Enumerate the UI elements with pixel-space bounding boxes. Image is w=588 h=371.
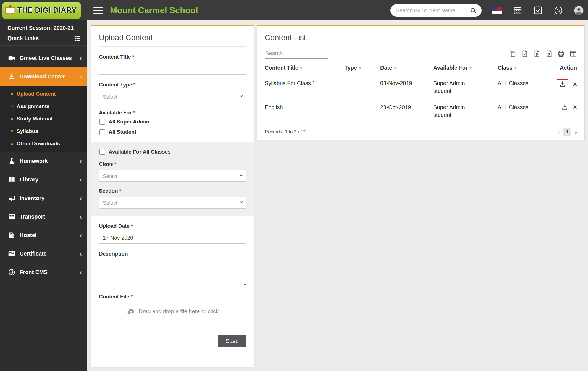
calendar-icon[interactable] — [513, 6, 523, 15]
download-center-submenu: » Upload Content » Assignments » Study M… — [0, 86, 87, 152]
sidebar-item-front-cms[interactable]: Front CMS ‹ — [0, 263, 87, 281]
cell-available-for: Super Admin student — [433, 75, 498, 99]
submenu-item-label: Study Material — [17, 116, 53, 122]
double-chevron-icon: » — [11, 116, 13, 122]
pdf-icon[interactable] — [545, 50, 553, 57]
sidebar-item-hostel[interactable]: Hostel ‹ — [0, 226, 87, 244]
delete-x-icon[interactable]: × — [573, 103, 577, 110]
sidebar-item-homework[interactable]: Homework ‹ — [0, 152, 87, 170]
export-toolbar — [509, 50, 577, 59]
content-type-select-wrap: Select — [99, 91, 246, 102]
grid-icon[interactable] — [74, 35, 80, 41]
submenu-item-assignments[interactable]: » Assignments — [0, 100, 87, 112]
content-type-label: Content Type* — [99, 82, 246, 88]
cell-type — [345, 99, 380, 123]
list-search-input[interactable] — [265, 49, 328, 59]
col-content-title[interactable]: Content Title▾ — [265, 60, 345, 75]
sidebar-item-certificate[interactable]: Certificate ‹ — [0, 244, 87, 263]
school-name-title: Mount Carmel School — [110, 6, 198, 15]
student-search-input[interactable] — [396, 7, 469, 14]
description-textarea[interactable] — [99, 260, 246, 285]
form-footer: Save — [91, 328, 254, 347]
content-title-input[interactable] — [99, 63, 246, 75]
col-type[interactable]: Type▾ — [345, 60, 380, 75]
sidebar-item-download-center[interactable]: Download Center ‹ — [0, 67, 87, 86]
submenu-item-syllabus[interactable]: » Syllabus — [0, 125, 87, 137]
sidebar-item-gmeet-live-classes[interactable]: Gmeet Live Classes ‹ — [0, 49, 87, 67]
csv-icon[interactable] — [533, 50, 540, 57]
sidebar-item-transport[interactable]: Transport ‹ — [0, 207, 87, 226]
double-chevron-icon: » — [11, 103, 13, 109]
submenu-item-upload-content[interactable]: » Upload Content — [0, 88, 87, 100]
sidebar-item-label: Homework — [20, 158, 48, 164]
all-student-checkbox[interactable] — [99, 129, 105, 135]
pagination-prev[interactable]: ‹ — [558, 128, 560, 136]
list-controls — [265, 49, 577, 59]
whatsapp-icon[interactable] — [553, 6, 563, 15]
quick-links[interactable]: Quick Links — [0, 32, 87, 46]
excel-icon[interactable] — [521, 50, 528, 57]
pagination-next[interactable]: › — [575, 128, 577, 136]
required-asterisk: * — [131, 294, 133, 299]
sort-caret-icon: ▾ — [394, 66, 396, 70]
delete-x-icon[interactable]: × — [573, 81, 577, 88]
all-super-admin-checkbox[interactable] — [99, 119, 105, 125]
sidebar-nav: Gmeet Live Classes ‹ Download Center ‹ »… — [0, 49, 87, 281]
pagination-page-1[interactable]: 1 — [563, 128, 571, 136]
cell-date: 23-Oct-2019 — [380, 99, 433, 123]
submenu-item-study-material[interactable]: » Study Material — [0, 112, 87, 125]
table-row: English 23-Oct-2019 Super Admin student … — [265, 99, 577, 123]
hamburger-menu-icon[interactable] — [93, 6, 103, 15]
content-title-label: Content Title* — [99, 54, 246, 60]
content-list-card: Content List — [257, 25, 584, 140]
flask-icon — [8, 157, 15, 165]
video-icon — [8, 54, 15, 62]
double-chevron-icon: » — [11, 91, 13, 97]
columns-icon[interactable] — [569, 50, 577, 57]
app-logo[interactable]: THE DIGI DIARY — [2, 2, 81, 19]
section-select[interactable]: Select — [99, 197, 246, 209]
cloud-upload-icon — [127, 307, 135, 315]
submenu-item-label: Upload Content — [17, 91, 56, 97]
col-date[interactable]: Date▾ — [380, 60, 433, 75]
cell-action: × — [547, 99, 577, 123]
user-avatar[interactable] — [574, 6, 584, 15]
upload-date-input[interactable] — [99, 232, 246, 244]
tasks-check-icon[interactable] — [533, 6, 543, 15]
search-icon[interactable] — [469, 7, 477, 14]
submenu-item-other-downloads[interactable]: » Other Downloads — [0, 137, 87, 150]
required-asterisk: * — [132, 54, 134, 60]
language-flag-icon[interactable] — [492, 6, 502, 15]
sidebar-item-inventory[interactable]: Inventory ‹ — [0, 189, 87, 207]
download-file-icon[interactable] — [559, 81, 566, 88]
content-type-select[interactable]: Select — [99, 91, 246, 102]
required-asterisk: * — [131, 223, 133, 229]
download-icon — [8, 73, 15, 80]
sidebar-item-label: Download Center — [20, 73, 65, 80]
double-chevron-icon: » — [11, 128, 13, 134]
sidebar-item-label: Inventory — [20, 195, 44, 201]
cell-class: ALL Classes — [498, 99, 547, 123]
submenu-item-label: Syllabus — [17, 128, 38, 134]
sort-caret-icon: ▾ — [470, 66, 472, 70]
cell-content-title: Syllabus For Class 1 — [265, 75, 345, 99]
col-class[interactable]: Class▾ — [498, 60, 547, 75]
available-for-all-classes-checkbox[interactable] — [99, 149, 105, 155]
file-dropzone[interactable]: Drag and drop a file here or click — [99, 303, 246, 320]
sort-caret-icon: ▾ — [359, 66, 361, 70]
col-available-for[interactable]: Available For▾ — [433, 60, 498, 75]
sidebar-item-label: Library — [20, 177, 38, 183]
class-select[interactable]: Select — [99, 170, 246, 182]
sidebar-item-library[interactable]: Library ‹ — [0, 170, 87, 189]
upload-card-title: Upload Content — [99, 33, 246, 47]
list-search — [265, 49, 328, 59]
globe-icon — [8, 269, 15, 276]
download-file-icon[interactable] — [561, 103, 568, 110]
copy-icon[interactable] — [509, 50, 516, 57]
cell-action: × — [547, 75, 577, 99]
upload-date-label: Upload Date* — [99, 223, 246, 229]
save-button[interactable]: Save — [218, 335, 246, 347]
book-icon — [8, 176, 15, 183]
print-icon[interactable] — [557, 50, 565, 57]
content-table: Content Title▾ Type▾ Date▾ Available For… — [265, 60, 577, 123]
